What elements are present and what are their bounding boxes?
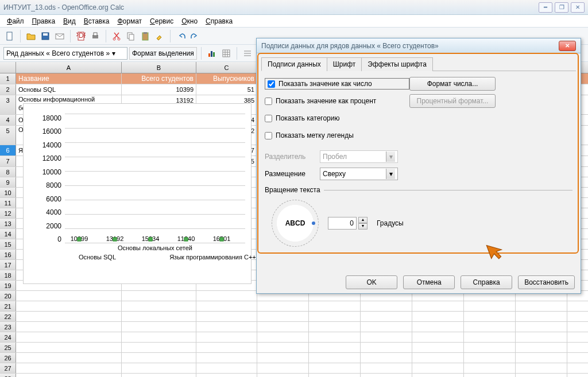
tab-font[interactable]: Шрифт	[327, 57, 362, 71]
menu-сервис[interactable]: Сервис	[146, 16, 177, 26]
menu-формат[interactable]: Формат	[114, 16, 145, 26]
row-header[interactable]: 8	[0, 167, 16, 177]
cell[interactable]	[516, 353, 567, 363]
email-icon[interactable]	[53, 30, 66, 42]
cell[interactable]	[196, 353, 257, 363]
cell[interactable]	[412, 363, 464, 373]
row-header[interactable]: 12	[0, 208, 16, 218]
column-header-a[interactable]: A	[16, 62, 122, 73]
cell[interactable]	[412, 301, 464, 311]
menu-вставка[interactable]: Вставка	[80, 16, 113, 26]
cell[interactable]	[361, 343, 412, 352]
row-header[interactable]: 28	[0, 374, 16, 377]
format-paintbrush-icon[interactable]	[153, 30, 166, 42]
cell[interactable]	[412, 322, 464, 332]
cell[interactable]	[361, 312, 412, 321]
cell[interactable]	[16, 291, 122, 301]
row-header[interactable]: 10	[0, 188, 16, 197]
spin-down-button[interactable]: ▼	[358, 223, 368, 230]
row-header[interactable]: 7	[0, 156, 16, 166]
row-header[interactable]: 14	[0, 229, 16, 239]
cell[interactable]	[309, 374, 361, 377]
paste-icon[interactable]	[139, 30, 152, 42]
show-category-checkbox[interactable]: Показать категорию	[265, 114, 409, 122]
tab-data-labels[interactable]: Подписи данных	[261, 57, 327, 71]
placement-select[interactable]: Сверху ▾	[320, 168, 398, 180]
help-button[interactable]: Справка	[461, 275, 512, 289]
copy-icon[interactable]	[125, 30, 137, 42]
toggle-hgrid-icon[interactable]	[241, 47, 254, 60]
cell[interactable]	[516, 322, 567, 332]
cell[interactable]	[122, 312, 196, 321]
reset-button[interactable]: Восстановить	[518, 275, 575, 289]
cell[interactable]	[122, 332, 196, 342]
cell[interactable]	[516, 343, 567, 352]
row-header[interactable]: 3	[0, 95, 16, 114]
cell[interactable]	[361, 322, 412, 332]
close-window-button[interactable]: ✕	[571, 2, 585, 13]
cell[interactable]: Основы SQL	[16, 84, 122, 95]
row-header[interactable]: 11	[0, 198, 16, 208]
cell[interactable]	[464, 301, 516, 311]
ok-button[interactable]: OK	[346, 275, 397, 289]
row-header[interactable]: 13	[0, 219, 16, 228]
cell[interactable]	[196, 332, 257, 342]
row-header[interactable]: 26	[0, 353, 16, 363]
export-pdf-icon[interactable]: PDF	[75, 30, 87, 42]
cell[interactable]	[309, 363, 361, 373]
cell[interactable]	[412, 343, 464, 352]
cell[interactable]	[309, 353, 361, 363]
row-header[interactable]: 18	[0, 270, 16, 280]
cell[interactable]: Всего студентов	[122, 73, 196, 84]
chart-type-icon[interactable]	[206, 47, 218, 60]
spin-up-button[interactable]: ▲	[358, 217, 368, 223]
save-icon[interactable]	[39, 30, 52, 42]
cell[interactable]	[257, 374, 309, 377]
cell[interactable]	[122, 363, 196, 373]
row-header[interactable]: 5	[0, 126, 16, 145]
cell[interactable]	[361, 332, 412, 342]
cell[interactable]	[516, 312, 567, 321]
cell[interactable]	[257, 363, 309, 373]
cell[interactable]	[567, 322, 588, 332]
row-header[interactable]: 4	[0, 115, 16, 125]
show-value-percent-checkbox[interactable]: Показать значение как процент	[265, 97, 409, 105]
cell[interactable]	[196, 291, 257, 301]
cell[interactable]	[309, 312, 361, 321]
cell[interactable]	[516, 332, 567, 342]
cell[interactable]	[196, 301, 257, 311]
series-selector[interactable]: Ряд данных « Всего студентов » ▾	[3, 47, 127, 60]
menu-файл[interactable]: Файл	[3, 16, 28, 26]
row-header[interactable]: 15	[0, 239, 16, 249]
cell[interactable]	[16, 353, 122, 363]
cell[interactable]	[196, 374, 257, 377]
row-header[interactable]: 24	[0, 332, 16, 342]
cell[interactable]	[412, 374, 464, 377]
row-header[interactable]: 17	[0, 260, 16, 270]
cell[interactable]	[16, 332, 122, 342]
open-icon[interactable]	[25, 30, 37, 42]
row-header[interactable]: 16	[0, 250, 16, 259]
cell[interactable]	[567, 343, 588, 352]
row-header[interactable]: 19	[0, 281, 16, 290]
cell[interactable]	[257, 301, 309, 311]
menu-правка[interactable]: Правка	[29, 16, 59, 26]
cell[interactable]	[361, 374, 412, 377]
embedded-chart[interactable]: 1800016000140001200010000800060004000200…	[23, 103, 252, 284]
menu-окно[interactable]: Окно	[178, 16, 201, 26]
cell[interactable]	[464, 312, 516, 321]
print-icon[interactable]	[89, 30, 102, 42]
cell[interactable]	[309, 322, 361, 332]
cell[interactable]	[196, 343, 257, 352]
row-header[interactable]: 21	[0, 301, 16, 311]
cell[interactable]	[257, 322, 309, 332]
format-selection-button[interactable]: Формат выделения	[129, 47, 197, 60]
cell[interactable]	[516, 363, 567, 373]
row-header[interactable]: 9	[0, 177, 16, 187]
cell[interactable]	[309, 301, 361, 311]
cell[interactable]	[516, 301, 567, 311]
rotation-dial[interactable]: ABCD	[272, 200, 319, 247]
minimize-button[interactable]: ━	[539, 2, 552, 13]
show-value-number-checkbox[interactable]: Показать значение как число	[265, 78, 409, 90]
cell[interactable]	[361, 353, 412, 363]
